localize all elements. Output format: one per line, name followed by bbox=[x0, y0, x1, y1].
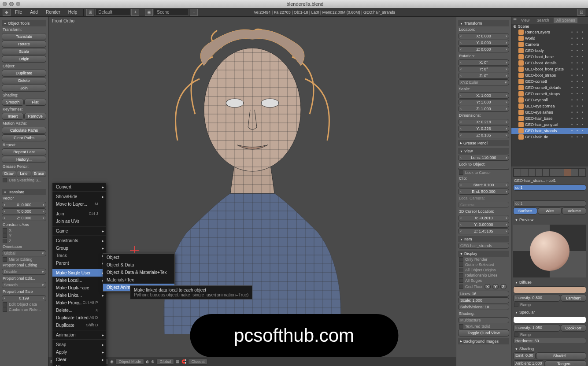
material-tab-icon[interactable] bbox=[564, 169, 571, 176]
outliner-item[interactable]: RenderLayers••• bbox=[511, 29, 588, 35]
menu-item-make-links-[interactable]: Make Links...▸ bbox=[52, 292, 106, 299]
object-tab-icon[interactable] bbox=[536, 169, 542, 176]
scene-add-icon[interactable]: + bbox=[190, 9, 198, 16]
eye-toggle-icon[interactable]: • bbox=[571, 135, 576, 139]
duplicate-button[interactable]: Duplicate bbox=[2, 70, 46, 77]
menu-item-join[interactable]: JoinCtrl J bbox=[52, 210, 106, 218]
texsolid-checkbox[interactable] bbox=[459, 324, 463, 329]
render-toggle-icon[interactable]: • bbox=[582, 30, 586, 34]
eye-toggle-icon[interactable]: • bbox=[571, 61, 576, 65]
outliner-item[interactable]: GEO-boot_base••• bbox=[511, 54, 588, 60]
select-toggle-icon[interactable]: • bbox=[577, 116, 581, 121]
grid-scale[interactable]: Scale: 1.000 bbox=[458, 297, 509, 303]
vector-y[interactable]: ‹Y: 0.000› bbox=[2, 208, 46, 214]
scale-button[interactable]: Scale bbox=[2, 48, 46, 55]
eye-toggle-icon[interactable]: • bbox=[571, 79, 576, 84]
select-toggle-icon[interactable]: • bbox=[577, 104, 581, 108]
outliner-item[interactable]: GEO-boot_details••• bbox=[511, 60, 588, 66]
smooth-button[interactable]: Smooth bbox=[2, 99, 24, 106]
scene-tab-icon[interactable] bbox=[521, 169, 528, 176]
eye-toggle-icon[interactable]: • bbox=[571, 116, 576, 121]
shading-header[interactable]: Shading bbox=[513, 346, 586, 352]
alledges-checkbox[interactable] bbox=[459, 278, 463, 283]
surface-tab[interactable]: Surface bbox=[513, 207, 537, 214]
history-button[interactable]: History... bbox=[2, 156, 46, 163]
proportional-dropdown[interactable]: Disable▾ bbox=[2, 269, 46, 275]
confirm-checkbox[interactable] bbox=[3, 307, 7, 312]
menu-item-make-local-[interactable]: Make Local...▸ bbox=[52, 277, 106, 284]
shadeless-toggle[interactable]: Shadel... bbox=[536, 352, 586, 359]
eye-toggle-icon[interactable]: • bbox=[571, 42, 576, 47]
clip-end[interactable]: ‹End: 500.000› bbox=[458, 189, 509, 195]
select-toggle-icon[interactable]: • bbox=[577, 67, 581, 71]
menu-item-make-single-user[interactable]: Make Single User▸ bbox=[52, 269, 106, 277]
specular-intensity[interactable]: Intensity: 1.050 bbox=[513, 325, 560, 332]
orientation-selector[interactable]: Global bbox=[156, 359, 174, 365]
loc-y[interactable]: ‹Y: 0.000› bbox=[458, 40, 509, 46]
menu-item-apply[interactable]: Apply▸ bbox=[52, 348, 106, 356]
data-tab-icon[interactable] bbox=[557, 169, 564, 176]
submenu-item-materials-tex[interactable]: Materials+Tex bbox=[103, 276, 174, 284]
join-button[interactable]: Join bbox=[2, 85, 46, 92]
rot-z[interactable]: ‹Z: 0°› bbox=[458, 73, 509, 79]
modifiers-tab-icon[interactable] bbox=[550, 169, 556, 176]
shading-mode[interactable]: Multitexture bbox=[458, 317, 509, 323]
outliner-view-tab[interactable]: View bbox=[518, 18, 532, 23]
submenu-item-object-data-materials-tex[interactable]: Object & Data & Materials+Tex bbox=[103, 269, 174, 276]
menu-item-group[interactable]: Group▸ bbox=[52, 244, 106, 252]
gp-draw-button[interactable]: Draw bbox=[2, 170, 16, 177]
shading-icon[interactable]: ◐ bbox=[146, 359, 149, 364]
menu-item-snap[interactable]: Snap▸ bbox=[52, 341, 106, 348]
blender-icon[interactable]: ◆ bbox=[3, 9, 11, 16]
select-toggle-icon[interactable]: • bbox=[577, 79, 581, 84]
wire-tab[interactable]: Wire bbox=[538, 207, 562, 214]
material-slot[interactable]: col1 bbox=[513, 185, 586, 191]
lens-field[interactable]: ‹Lens: 110.000› bbox=[458, 155, 509, 161]
mode-selector[interactable]: Object Mode bbox=[115, 359, 144, 365]
rotation-mode[interactable]: XYZ Euler▾ bbox=[458, 79, 509, 85]
outliner-item[interactable]: GEO-hair_ponytail••• bbox=[511, 122, 588, 128]
dim-z[interactable]: ‹Z: 0.185› bbox=[458, 132, 509, 138]
gridfloor-checkbox[interactable] bbox=[459, 285, 463, 289]
outliner-scene[interactable]: ⊕Scene bbox=[511, 24, 588, 29]
transform-panel-header[interactable]: Transform bbox=[458, 20, 509, 26]
grease-panel[interactable]: Grease Pencil bbox=[458, 140, 509, 146]
outliner-item[interactable]: GEO-body••• bbox=[511, 48, 588, 54]
select-toggle-icon[interactable]: • bbox=[577, 55, 581, 59]
eye-toggle-icon[interactable]: • bbox=[571, 92, 576, 96]
rot-y[interactable]: ‹Y: 0°› bbox=[458, 66, 509, 72]
menu-item-parent[interactable]: Parent▸ bbox=[52, 259, 106, 267]
editobj-checkbox[interactable] bbox=[3, 302, 7, 307]
screen-icon[interactable]: ⊡ bbox=[577, 9, 585, 16]
select-toggle-icon[interactable]: • bbox=[577, 98, 581, 102]
only-render-checkbox[interactable] bbox=[459, 257, 463, 262]
diffuse-ramp-checkbox[interactable] bbox=[514, 303, 518, 307]
select-toggle-icon[interactable]: • bbox=[577, 85, 581, 90]
menu-help[interactable]: Help bbox=[65, 9, 81, 15]
diffuse-color[interactable] bbox=[513, 286, 586, 293]
render-toggle-icon[interactable]: • bbox=[582, 48, 586, 53]
gp-erase-button[interactable]: Erase bbox=[32, 170, 47, 177]
menu-item-duplicate[interactable]: DuplicateShift D bbox=[52, 322, 106, 329]
eye-toggle-icon[interactable]: • bbox=[571, 85, 576, 90]
grid-subdiv[interactable]: Subdivisions: 10 bbox=[458, 304, 509, 310]
eye-toggle-icon[interactable]: • bbox=[571, 48, 576, 53]
render-toggle-icon[interactable]: • bbox=[582, 79, 586, 84]
local-camera[interactable]: Camera bbox=[458, 202, 509, 208]
diffuse-header[interactable]: Diffuse bbox=[513, 279, 586, 285]
cursor-y[interactable]: ‹Y: 0.00000› bbox=[458, 222, 509, 228]
outliner-item[interactable]: Camera••• bbox=[511, 41, 588, 48]
select-toggle-icon[interactable]: • bbox=[577, 73, 581, 78]
mode-icon[interactable]: ◉ bbox=[110, 359, 114, 364]
menu-item-animation[interactable]: Animation▸ bbox=[52, 331, 106, 339]
gp-line-button[interactable]: Line bbox=[17, 170, 31, 177]
origins-checkbox[interactable] bbox=[459, 268, 463, 272]
diffuse-shader[interactable]: Lambert bbox=[561, 295, 586, 302]
close-window-dot[interactable] bbox=[3, 2, 7, 6]
diffuse-intensity[interactable]: Intensity: 0.800 bbox=[513, 295, 560, 302]
texture-tab-icon[interactable] bbox=[571, 169, 578, 176]
specular-header[interactable]: Specular bbox=[513, 309, 586, 315]
select-toggle-icon[interactable]: • bbox=[577, 135, 581, 139]
render-toggle-icon[interactable]: • bbox=[582, 36, 586, 41]
outliner-item[interactable]: GEO-boot_front_plate••• bbox=[511, 66, 588, 72]
